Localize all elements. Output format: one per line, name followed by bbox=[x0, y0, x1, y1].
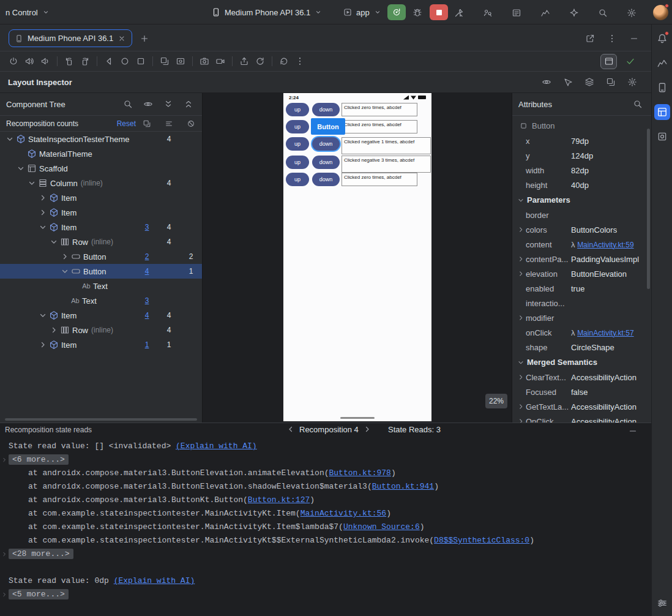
vcs-widget[interactable]: n Control bbox=[1, 4, 54, 21]
console-line-fold[interactable]: <5 more...> bbox=[0, 588, 651, 601]
console-line-trace[interactable]: at com.example.stateinspectiontester.Mai… bbox=[0, 520, 651, 534]
next-recomposition-button[interactable] bbox=[362, 424, 373, 435]
recomposition-count[interactable]: 1 bbox=[180, 267, 202, 276]
rotate-left-button[interactable] bbox=[62, 54, 77, 69]
tab-running-device[interactable]: Medium Phone API 36.1 bbox=[9, 29, 132, 47]
attribute-row-elevation[interactable]: elevationButtonElevation bbox=[512, 266, 651, 281]
device-down-button[interactable]: down bbox=[312, 137, 340, 151]
tree-node-item[interactable]: Item bbox=[0, 190, 202, 205]
source-location-link[interactable]: D8$$SyntheticClass:0 bbox=[434, 536, 529, 545]
chevron-down-icon[interactable] bbox=[38, 222, 48, 232]
chevron-down-icon[interactable] bbox=[5, 134, 15, 144]
attribute-row-y[interactable]: y124dp bbox=[512, 148, 651, 163]
sync-button[interactable] bbox=[253, 54, 267, 69]
device-explorer-tool-button[interactable] bbox=[654, 80, 670, 96]
chevron-right-icon[interactable] bbox=[516, 416, 526, 423]
adjust-tool-button[interactable] bbox=[654, 595, 670, 611]
recomposition-count[interactable]: 1 bbox=[136, 340, 158, 349]
attribute-row-border[interactable]: border bbox=[512, 208, 651, 222]
chevron-right-icon[interactable] bbox=[516, 313, 526, 323]
chevron-down-icon[interactable] bbox=[60, 266, 70, 276]
recomposition-count[interactable]: 4 bbox=[158, 326, 180, 334]
overview-button[interactable] bbox=[133, 54, 148, 69]
attribute-row-cleartext[interactable]: ClearText...AccessibilityAction bbox=[512, 370, 651, 385]
previous-recomposition-button[interactable] bbox=[285, 424, 296, 435]
clear-counts-icon[interactable] bbox=[180, 119, 202, 128]
attribute-row-shape[interactable]: shapeCircleShape bbox=[512, 340, 651, 355]
reset-counts-link[interactable]: Reset bbox=[117, 119, 136, 128]
tree-node-scaffold[interactable]: Scaffold bbox=[0, 161, 202, 176]
profiler-button[interactable] bbox=[538, 6, 553, 20]
chevron-right-icon[interactable] bbox=[38, 193, 48, 203]
screenshot-button[interactable] bbox=[157, 54, 172, 69]
source-location-link[interactable]: MainActivity.kt:56 bbox=[301, 509, 386, 518]
source-location-link[interactable]: MainActivity.kt:59 bbox=[577, 241, 633, 249]
build-tools-button[interactable] bbox=[452, 6, 466, 20]
power-button[interactable] bbox=[6, 54, 21, 69]
screenshot-button[interactable] bbox=[603, 75, 618, 89]
console-line-fold[interactable]: <28 more...> bbox=[0, 547, 651, 561]
console-line-trace[interactable]: at com.example.stateinspectiontester.Mai… bbox=[0, 507, 651, 520]
volume-down-button[interactable] bbox=[38, 54, 53, 69]
recomposition-count[interactable]: 4 bbox=[158, 238, 180, 246]
console-line-trace[interactable]: at com.example.stateinspectiontester.Mai… bbox=[0, 534, 651, 547]
app-inspection-tool-button[interactable] bbox=[654, 129, 670, 145]
device-textfield[interactable]: Clicked zero times, abcdef bbox=[342, 103, 417, 116]
attribute-row-onclick[interactable]: OnClickAccessibilityAction bbox=[512, 414, 651, 423]
explain-with-ai-link[interactable]: (Explain with AI) bbox=[114, 576, 195, 585]
chevron-down-icon[interactable] bbox=[27, 178, 37, 188]
stop-button[interactable] bbox=[430, 4, 448, 20]
recomposition-count[interactable]: 4 bbox=[136, 311, 158, 320]
counts-column-icon[interactable] bbox=[136, 119, 158, 128]
profiler-tool-button[interactable] bbox=[654, 55, 670, 71]
hide-console-button[interactable] bbox=[625, 424, 640, 438]
recomposition-count[interactable]: 1 bbox=[158, 340, 180, 349]
device-up-button[interactable]: up bbox=[286, 137, 309, 151]
device-down-button[interactable]: down bbox=[312, 103, 340, 116]
logcat-button[interactable] bbox=[509, 6, 524, 20]
attributes-section-parameters[interactable]: Parameters bbox=[512, 192, 651, 208]
volume-up-button[interactable] bbox=[22, 54, 37, 69]
tree-node-button[interactable]: Button41 bbox=[0, 264, 202, 279]
chevron-down-icon[interactable] bbox=[49, 237, 59, 247]
screen-record-button[interactable] bbox=[173, 54, 188, 69]
recomposition-count[interactable]: 2 bbox=[180, 252, 202, 261]
source-location-link[interactable]: Button.kt:127 bbox=[248, 495, 310, 505]
recomposition-count[interactable]: 3 bbox=[136, 223, 158, 231]
horizontal-scrollbar[interactable] bbox=[5, 418, 197, 421]
console-panel[interactable]: State read value: [] <invalidated> (Expl… bbox=[0, 436, 651, 616]
attribute-row-width[interactable]: width82dp bbox=[512, 163, 651, 178]
recomposition-count[interactable]: 4 bbox=[158, 135, 180, 143]
expand-all-button[interactable] bbox=[161, 97, 176, 111]
done-button[interactable] bbox=[623, 54, 638, 69]
chevron-down-icon[interactable] bbox=[16, 163, 26, 173]
explain-with-ai-link[interactable]: (Explain with AI) bbox=[176, 441, 257, 451]
console-line-state[interactable]: State read value: 0dp (Explain with AI) bbox=[0, 574, 651, 588]
inspect-mode-toggle[interactable] bbox=[600, 54, 617, 69]
chevron-right-icon[interactable] bbox=[38, 208, 48, 217]
tree-node-row[interactable]: Row(inline)4 bbox=[0, 235, 202, 249]
more-vertical-button[interactable] bbox=[605, 31, 619, 46]
camera-button[interactable] bbox=[197, 54, 212, 69]
tree-node-item[interactable]: Item bbox=[0, 205, 202, 220]
tree-node-column[interactable]: Column(inline)4 bbox=[0, 176, 202, 190]
avatar[interactable] bbox=[653, 5, 668, 20]
chevron-right-icon[interactable] bbox=[60, 252, 70, 261]
folded-lines[interactable]: <6 more...> bbox=[9, 454, 69, 465]
device-up-button[interactable]: up bbox=[286, 173, 309, 186]
attributes-section-merged-semantics[interactable]: Merged Semantics bbox=[512, 355, 651, 370]
rerun-button[interactable] bbox=[387, 4, 406, 20]
source-location-link[interactable]: MainActivity.kt:57 bbox=[577, 329, 633, 337]
recomposition-count[interactable]: 4 bbox=[158, 223, 180, 231]
layers-3d-button[interactable] bbox=[582, 75, 597, 89]
vertical-scrollbar[interactable] bbox=[647, 129, 650, 289]
device-up-button[interactable]: up bbox=[286, 103, 309, 116]
collapse-all-button[interactable] bbox=[181, 97, 196, 111]
chevron-right-icon[interactable] bbox=[516, 269, 526, 279]
chevron-right-icon[interactable] bbox=[38, 340, 48, 350]
restore-button[interactable] bbox=[277, 54, 291, 69]
device-selector[interactable]: Medium Phone API 36.1 bbox=[207, 4, 327, 21]
attribute-row-modifier[interactable]: modifier bbox=[512, 310, 651, 325]
video-camera-button[interactable] bbox=[213, 54, 228, 69]
tree-node-stateinspectiontestertheme[interactable]: StateInspectionTesterTheme4 bbox=[0, 132, 202, 146]
